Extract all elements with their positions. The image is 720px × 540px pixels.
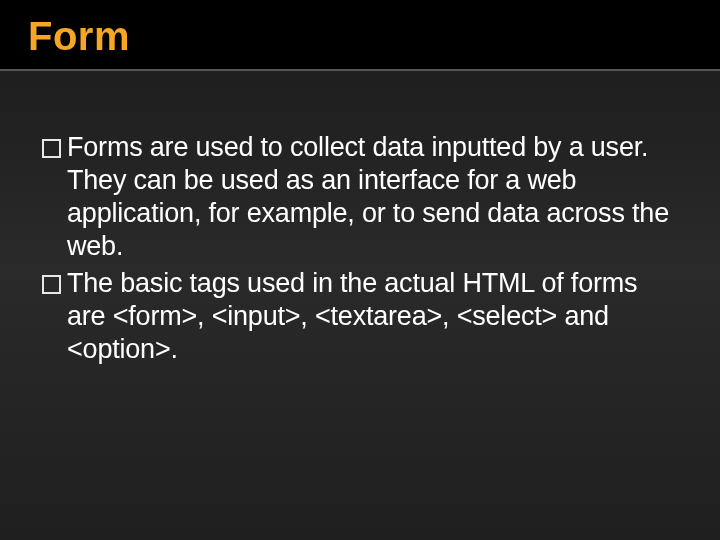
bullet-text: Forms are used to collect data inputted … [67,131,678,263]
slide-content: Forms are used to collect data inputted … [0,71,720,366]
list-item: Forms are used to collect data inputted … [42,131,678,263]
square-bullet-icon [42,139,61,158]
title-bar: Form [0,0,720,71]
slide: Form Forms are used to collect data inpu… [0,0,720,540]
square-bullet-icon [42,275,61,294]
bullet-text: The basic tags used in the actual HTML o… [67,267,678,366]
slide-title: Form [28,14,130,58]
list-item: The basic tags used in the actual HTML o… [42,267,678,366]
